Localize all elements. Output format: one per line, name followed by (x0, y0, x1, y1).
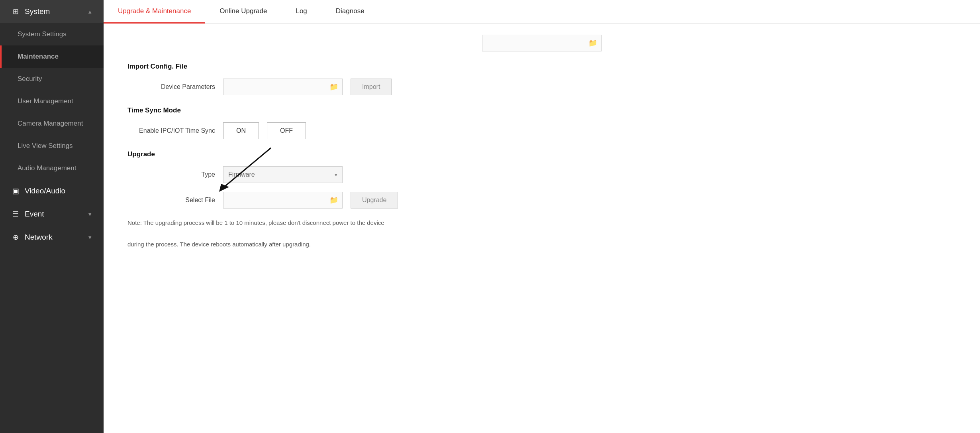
sidebar-item-system-label: System (25, 7, 50, 16)
sidebar-item-live-view-settings-label: Live View Settings (18, 142, 73, 150)
import-button[interactable]: Import (351, 79, 392, 95)
sidebar-item-event-label: Event (25, 210, 44, 218)
sidebar-item-event[interactable]: ☰ Event ▼ (0, 203, 104, 226)
export-folder-icon[interactable]: 📁 (588, 39, 597, 47)
system-icon: ⊞ (11, 7, 20, 16)
tab-diagnose[interactable]: Diagnose (321, 0, 379, 24)
type-select-chevron: ▾ (335, 172, 337, 178)
export-file-row: 📁 (127, 35, 956, 51)
sidebar-item-system-settings[interactable]: System Settings (0, 23, 104, 45)
sidebar-item-user-management-label: User Management (18, 97, 73, 105)
tab-online-upgrade[interactable]: Online Upgrade (205, 0, 281, 24)
time-sync-off-button[interactable]: OFF (267, 122, 306, 139)
system-chevron: ▲ (87, 9, 92, 15)
type-row: Type Firmware ▾ (127, 166, 956, 183)
sidebar-item-user-management[interactable]: User Management (0, 90, 104, 112)
sidebar-item-audio-management[interactable]: Audio Management (0, 157, 104, 179)
sidebar-item-camera-management-label: Camera Management (18, 120, 83, 128)
sidebar-item-network-label: Network (25, 233, 53, 242)
sidebar-item-live-view-settings[interactable]: Live View Settings (0, 135, 104, 157)
sidebar-item-security-label: Security (18, 75, 42, 83)
video-audio-icon: ▣ (11, 187, 20, 195)
sidebar-item-maintenance[interactable]: Maintenance (0, 45, 104, 68)
time-sync-on-button[interactable]: ON (223, 122, 259, 139)
select-file-input[interactable]: 📁 (223, 192, 343, 209)
network-icon: ⊕ (11, 233, 20, 242)
tab-log[interactable]: Log (281, 0, 321, 24)
device-parameters-input[interactable]: 📁 (223, 79, 343, 95)
type-select-value: Firmware (228, 171, 255, 178)
time-sync-title: Time Sync Mode (127, 106, 956, 114)
type-label: Type (127, 171, 215, 178)
svg-marker-1 (219, 184, 229, 192)
upgrade-button[interactable]: Upgrade (351, 192, 398, 209)
sidebar-item-network[interactable]: ⊕ Network ▼ (0, 226, 104, 249)
ipc-iot-sync-label: Enable IPC/IOT Time Sync (127, 127, 215, 134)
sidebar-item-system[interactable]: ⊞ System ▲ (0, 0, 104, 23)
event-icon: ☰ (11, 210, 20, 218)
export-file-input[interactable]: 📁 (482, 35, 602, 51)
import-config-title: Import Config. File (127, 63, 956, 71)
device-parameters-folder-icon[interactable]: 📁 (329, 83, 338, 91)
select-file-label: Select File (127, 197, 215, 204)
select-file-row: Select File 📁 Upgrade (127, 192, 956, 209)
type-select[interactable]: Firmware ▾ (223, 166, 343, 183)
sidebar-item-system-settings-label: System Settings (18, 30, 67, 38)
sidebar-item-security[interactable]: Security (0, 68, 104, 90)
upgrade-note: Note: The upgrading process will be 1 to… (127, 217, 454, 250)
tab-upgrade-maintenance[interactable]: Upgrade & Maintenance (104, 0, 205, 24)
ipc-iot-sync-row: Enable IPC/IOT Time Sync ON OFF (127, 122, 956, 139)
sidebar-item-video-audio[interactable]: ▣ Video/Audio (0, 179, 104, 203)
network-chevron: ▼ (87, 234, 92, 240)
device-parameters-label: Device Parameters (127, 83, 215, 91)
device-parameters-row: Device Parameters 📁 Import (127, 79, 956, 95)
sidebar: ⊞ System ▲ System Settings Maintenance S… (0, 0, 104, 433)
sidebar-item-maintenance-label: Maintenance (18, 53, 59, 61)
tab-bar: Upgrade & Maintenance Online Upgrade Log… (104, 0, 980, 24)
select-file-folder-icon[interactable]: 📁 (329, 196, 338, 205)
upgrade-title: Upgrade (127, 150, 956, 158)
event-chevron: ▼ (87, 211, 92, 217)
content-area: 📁 Import Config. File Device Parameters … (104, 24, 980, 433)
sidebar-item-video-audio-label: Video/Audio (25, 187, 65, 195)
sidebar-item-camera-management[interactable]: Camera Management (0, 112, 104, 135)
main-content: Upgrade & Maintenance Online Upgrade Log… (104, 0, 980, 433)
sidebar-item-audio-management-label: Audio Management (18, 164, 76, 172)
